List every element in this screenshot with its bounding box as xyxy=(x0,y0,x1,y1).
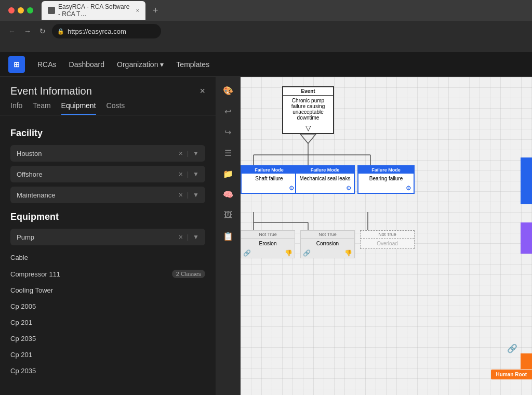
facility-dropdown-2[interactable]: ▼ xyxy=(193,170,199,178)
logo-icon: ⊞ xyxy=(14,60,20,69)
brain-icon: 🧠 xyxy=(223,190,233,200)
undo-button[interactable]: ↩ xyxy=(219,102,237,121)
list-item[interactable]: Cp 2035 xyxy=(0,331,216,347)
not-true-2-icons: 🔗 👎 xyxy=(301,248,354,258)
list-item[interactable]: Cable xyxy=(0,249,216,266)
sidebar-close-button[interactable]: × xyxy=(200,86,205,97)
facility-field-actions-2: × | ▼ xyxy=(179,170,199,178)
equipment-item-label: Cable xyxy=(10,254,28,261)
browser-tab[interactable]: EasyRCA - RCA Software - RCA T… × xyxy=(42,1,145,20)
failure-mode-2-body: Mechanical seal leaks xyxy=(296,174,354,183)
minimize-traffic-light[interactable] xyxy=(18,7,24,14)
facility-field-maintenance: Maintenance × | ▼ xyxy=(10,187,205,203)
equipment-item-label: Compressor 111 xyxy=(10,270,60,278)
undo-icon: ↩ xyxy=(224,107,231,116)
failure-mode-3-icon: ⚙ xyxy=(358,183,414,193)
tab-info[interactable]: Info xyxy=(10,101,22,115)
nav-dashboard[interactable]: Dashboard xyxy=(69,60,105,69)
not-true-2-body: Corrosion xyxy=(301,239,354,248)
facility-field-offshore: Offshore × | ▼ xyxy=(10,166,205,182)
equipment-item-label: Cooling Tower xyxy=(10,286,53,294)
facility-value-3: Maintenance xyxy=(17,191,179,199)
not-true-2-header: Not True xyxy=(301,231,354,239)
tab-equipment[interactable]: Equipment xyxy=(61,101,96,115)
right-stub-orange xyxy=(521,353,532,369)
lock-icon: 🔒 xyxy=(57,28,64,35)
human-root-label: Human Root xyxy=(491,370,532,379)
maximize-traffic-light[interactable] xyxy=(27,7,33,14)
link-icon-2: 🔗 xyxy=(303,249,311,257)
equipment-clear[interactable]: × xyxy=(179,233,183,241)
forward-button[interactable]: → xyxy=(22,26,33,36)
list-item[interactable]: Cp 201 xyxy=(0,347,216,363)
list-item[interactable]: Cp 2005 xyxy=(0,298,216,314)
nav-organization[interactable]: Organization ▾ xyxy=(117,60,164,69)
list-item[interactable]: Cp 201 xyxy=(0,314,216,331)
equipment-item-label: Cp 201 xyxy=(10,319,32,326)
tab-title: EasyRCA - RCA Software - RCA T… xyxy=(58,3,131,18)
tab-costs[interactable]: Costs xyxy=(107,101,125,115)
failure-mode-2-header: Failure Mode xyxy=(296,166,354,174)
list-item[interactable]: Cp 2035 xyxy=(0,363,216,379)
not-true-node-3[interactable]: Not True Overload xyxy=(360,230,415,249)
field-divider-3: | xyxy=(187,191,189,199)
browser-chrome: EasyRCA - RCA Software - RCA T… × + ← → … xyxy=(0,0,532,52)
refresh-button[interactable]: ↻ xyxy=(37,26,48,36)
failure-mode-node-1[interactable]: Failure Mode Shaft failure ⚙ xyxy=(241,165,298,194)
image-button[interactable]: 🖼 xyxy=(219,206,237,225)
facility-dropdown-3[interactable]: ▼ xyxy=(193,191,199,199)
image-icon: 🖼 xyxy=(224,210,232,220)
main-layout: Event Information × Info Team Equipment … xyxy=(0,77,532,395)
nav-templates[interactable]: Templates xyxy=(176,60,209,69)
list-button[interactable]: ☰ xyxy=(219,143,237,162)
not-true-node-2[interactable]: Not True Corrosion 🔗 👎 xyxy=(300,230,355,258)
equipment-dropdown[interactable]: ▼ xyxy=(193,233,199,241)
equipment-section: Equipment Pump × | ▼ Cable Compressor 11… xyxy=(0,207,216,379)
not-true-node-1[interactable]: Not True Erosion 🔗 👎 xyxy=(241,230,295,258)
app-logo: ⊞ xyxy=(8,56,25,73)
facility-clear-3[interactable]: × xyxy=(179,191,183,199)
back-button[interactable]: ← xyxy=(6,26,18,36)
right-stub-blue xyxy=(521,157,532,204)
event-node-header: Event xyxy=(283,87,333,96)
not-true-3-body: Overload xyxy=(361,239,414,248)
list-item[interactable]: Compressor 111 2 Classes xyxy=(0,266,216,282)
equipment-field-actions: × | ▼ xyxy=(179,233,199,241)
failure-mode-3-header: Failure Mode xyxy=(358,166,414,174)
thumb-down-2: 👎 xyxy=(344,249,352,257)
not-true-3-header: Not True xyxy=(361,231,414,239)
tab-close-button[interactable]: × xyxy=(136,7,139,14)
facility-clear-2[interactable]: × xyxy=(179,170,183,178)
toolbar: 🎨 ↩ ↪ ☰ 📁 🧠 🖼 📋 xyxy=(216,77,241,395)
facility-clear-1[interactable]: × xyxy=(179,149,183,157)
equipment-item-label: Cp 2035 xyxy=(10,367,36,375)
facility-dropdown-1[interactable]: ▼ xyxy=(193,150,199,157)
sidebar-title: Event Information xyxy=(10,85,92,97)
event-node[interactable]: Event Chronic pump failure causing unacc… xyxy=(282,86,334,134)
brain-button[interactable]: 🧠 xyxy=(219,185,237,204)
facility-section-title: Facility xyxy=(0,124,216,145)
equipment-selected-value: Pump xyxy=(17,233,179,241)
redo-button[interactable]: ↪ xyxy=(219,123,237,141)
canvas-area[interactable]: Event Chronic pump failure causing unacc… xyxy=(241,77,532,395)
close-traffic-light[interactable] xyxy=(8,7,15,14)
new-tab-button[interactable]: + xyxy=(150,5,162,16)
failure-mode-node-2[interactable]: Failure Mode Mechanical seal leaks ⚙ xyxy=(295,165,355,194)
nav-rcas[interactable]: RCAs xyxy=(37,60,57,69)
clipboard-button[interactable]: 📋 xyxy=(219,227,237,245)
redo-icon: ↪ xyxy=(224,127,231,137)
equipment-item-label: Cp 2005 xyxy=(10,302,36,310)
folder-button[interactable]: 📁 xyxy=(219,164,237,183)
not-true-1-header: Not True xyxy=(241,231,295,239)
facility-field-houston: Houston × | ▼ xyxy=(10,145,205,162)
address-input[interactable] xyxy=(52,24,161,38)
event-triangle-icon: ▽ xyxy=(283,123,333,133)
palette-button[interactable]: 🎨 xyxy=(219,81,237,100)
facility-field-actions-3: × | ▼ xyxy=(179,191,199,199)
tab-team[interactable]: Team xyxy=(33,101,50,115)
failure-mode-1-header: Failure Mode xyxy=(242,166,297,174)
sidebar-tabs: Info Team Equipment Costs xyxy=(0,101,216,115)
equipment-badge: 2 Classes xyxy=(172,270,205,278)
list-item[interactable]: Cooling Tower xyxy=(0,282,216,298)
failure-mode-node-3[interactable]: Failure Mode Bearing failure ⚙ xyxy=(357,165,415,194)
